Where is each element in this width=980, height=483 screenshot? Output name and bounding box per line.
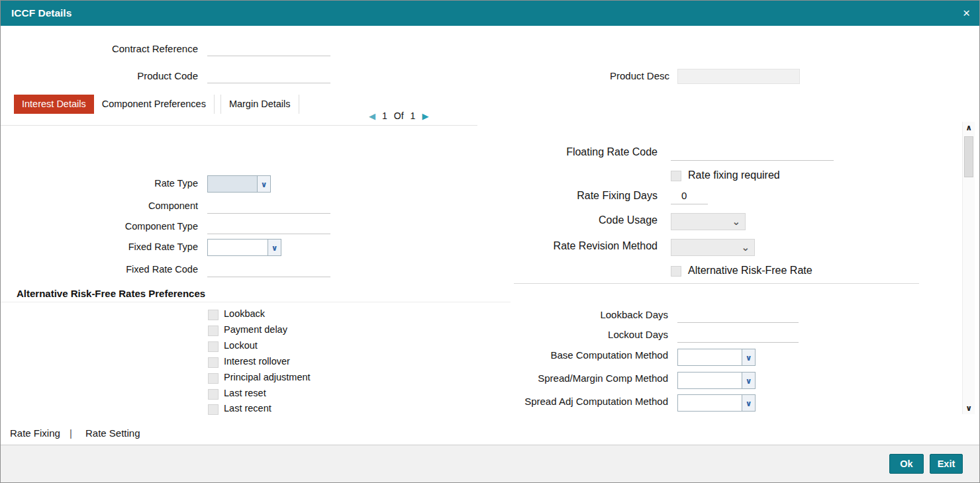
- tab-bar: Interest Details Component Preferences M…: [14, 95, 299, 114]
- close-icon[interactable]: ×: [963, 1, 970, 26]
- page-of-label: Of: [394, 110, 404, 121]
- dropdown-chevron-icon: [741, 242, 754, 253]
- component-label: Component: [27, 200, 198, 211]
- section-divider-left: [1, 302, 511, 302]
- vertical-scrollbar[interactable]: ∧ ∨: [962, 122, 975, 414]
- contract-reference-input[interactable]: [207, 39, 330, 56]
- code-usage-label: Code Usage: [424, 214, 658, 226]
- dropdown-arrow-icon: [742, 395, 755, 411]
- spread-adj-computation-method-label: Spread Adj Computation Method: [438, 396, 668, 407]
- component-type-label: Component Type: [27, 221, 198, 232]
- lookback-days-input[interactable]: [677, 307, 799, 323]
- dialog-title: ICCF Details: [11, 1, 72, 26]
- lockout-checkbox[interactable]: [208, 341, 219, 352]
- rate-fixing-days-input[interactable]: 0: [671, 187, 708, 204]
- rate-setting-link[interactable]: Rate Setting: [85, 427, 140, 439]
- pagination: ◀ 1 Of 1 ▶: [369, 110, 428, 121]
- rate-fixing-days-label: Rate Fixing Days: [424, 190, 658, 202]
- payment-delay-checkbox[interactable]: [208, 326, 219, 336]
- last-reset-checkbox[interactable]: [208, 389, 219, 400]
- current-page: 1: [382, 110, 387, 121]
- fixed-rate-type-select[interactable]: [207, 239, 281, 256]
- lookback-days-label: Lookback Days: [438, 309, 668, 320]
- prev-page-icon[interactable]: ◀: [369, 111, 375, 121]
- code-usage-select[interactable]: [671, 213, 746, 230]
- footer-bar: Ok Exit: [1, 445, 979, 482]
- tab-interest-details[interactable]: Interest Details: [14, 95, 94, 114]
- lookback-checkbox[interactable]: [208, 310, 219, 320]
- tab-margin-details[interactable]: Margin Details: [220, 95, 299, 114]
- scrollbar-thumb[interactable]: [964, 136, 973, 177]
- iccf-details-dialog: ICCF Details × Contract Reference Produc…: [0, 0, 980, 483]
- contract-reference-label: Contract Reference: [27, 43, 198, 54]
- total-pages: 1: [411, 110, 416, 121]
- rate-fixing-link[interactable]: Rate Fixing: [10, 427, 60, 439]
- fixed-rate-code-label: Fixed Rate Code: [27, 264, 198, 275]
- principal-adjustment-checkbox[interactable]: [208, 373, 219, 384]
- last-recent-checkbox[interactable]: [208, 404, 219, 415]
- dropdown-arrow-icon: [257, 176, 270, 192]
- rate-revision-method-label: Rate Revision Method: [424, 240, 658, 252]
- pagination-divider: [1, 125, 477, 126]
- floating-rate-code-label: Floating Rate Code: [424, 146, 658, 158]
- product-desc-label: Product Desc: [504, 70, 669, 81]
- lockout-days-input[interactable]: [677, 327, 799, 343]
- rate-type-select[interactable]: [207, 175, 271, 193]
- spread-margin-comp-method-label: Spread/Margin Comp Method: [438, 373, 668, 384]
- link-separator: |: [70, 427, 72, 439]
- dropdown-chevron-icon: [732, 216, 745, 228]
- alternative-risk-free-rate-label: Alternative Risk-Free Rate: [688, 265, 812, 277]
- principal-adjustment-label: Principal adjustment: [224, 372, 311, 382]
- rate-revision-method-select[interactable]: [671, 239, 755, 256]
- product-desc-input[interactable]: [677, 69, 800, 84]
- rate-fixing-required-checkbox[interactable]: [671, 171, 681, 181]
- exit-button[interactable]: Exit: [930, 454, 963, 474]
- lockout-days-label: Lockout Days: [438, 329, 668, 340]
- component-type-input[interactable]: [207, 217, 330, 234]
- interest-rollover-label: Interest rollover: [224, 356, 290, 367]
- product-code-input[interactable]: [207, 66, 330, 83]
- component-input[interactable]: [207, 197, 330, 214]
- spread-adj-computation-method-select[interactable]: [677, 394, 756, 412]
- rate-fixing-required-label: Rate fixing required: [688, 169, 780, 181]
- scroll-down-icon[interactable]: ∨: [963, 402, 975, 414]
- last-reset-label: Last reset: [224, 388, 266, 398]
- scroll-up-icon[interactable]: ∧: [963, 122, 975, 134]
- base-computation-method-select[interactable]: [677, 349, 756, 366]
- fixed-rate-code-input[interactable]: [207, 260, 330, 277]
- lookback-label: Lookback: [224, 308, 265, 319]
- arfr-preferences-section-title: Alternative Risk-Free Rates Preferences: [17, 288, 205, 299]
- interest-rollover-checkbox[interactable]: [208, 357, 219, 368]
- dropdown-arrow-icon: [742, 349, 755, 365]
- tab-component-preferences[interactable]: Component Preferences: [94, 95, 215, 114]
- payment-delay-label: Payment delay: [224, 324, 287, 335]
- last-recent-label: Last recent: [224, 403, 271, 414]
- section-divider-right: [514, 283, 919, 284]
- alternative-risk-free-rate-checkbox[interactable]: [671, 266, 681, 277]
- spread-margin-comp-method-select[interactable]: [677, 372, 756, 389]
- fixed-rate-type-label: Fixed Rate Type: [27, 242, 198, 252]
- titlebar: ICCF Details ×: [1, 1, 979, 26]
- floating-rate-code-input[interactable]: [671, 144, 834, 161]
- rate-type-label: Rate Type: [27, 178, 198, 189]
- next-page-icon[interactable]: ▶: [422, 111, 428, 121]
- base-computation-method-label: Base Computation Method: [438, 349, 668, 361]
- dropdown-arrow-icon: [742, 373, 755, 388]
- dropdown-arrow-icon: [268, 240, 281, 255]
- product-code-label: Product Code: [27, 70, 198, 81]
- lockout-label: Lockout: [224, 340, 258, 351]
- ok-button[interactable]: Ok: [889, 454, 924, 474]
